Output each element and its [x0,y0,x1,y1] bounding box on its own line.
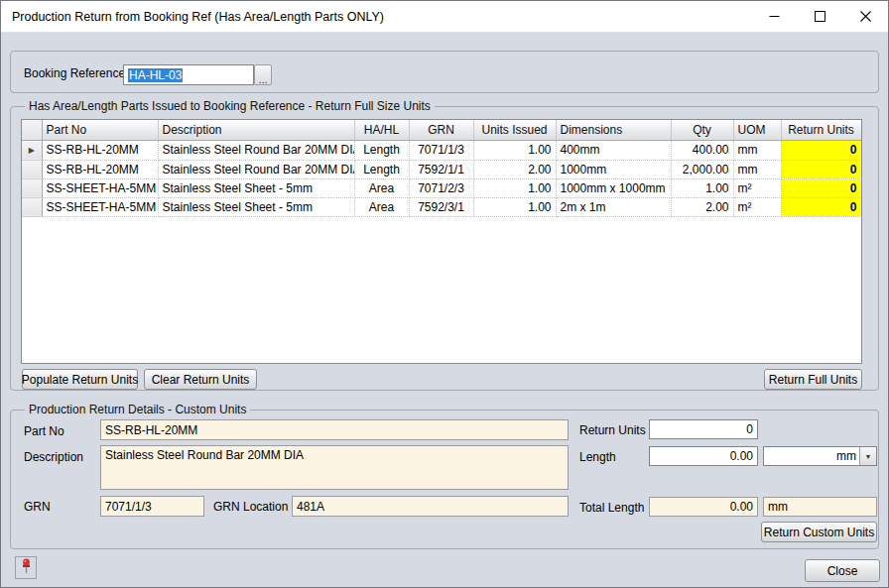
cell-units-issued: 2.00 [473,160,556,178]
cell-return-units[interactable]: 0 [781,160,861,178]
cell-ha-hl: Length [354,140,409,160]
length-uom-combobox[interactable]: mm ▼ [763,446,877,466]
dialog-window: Production Return from Booking Ref (Has … [0,0,889,588]
window-title: Production Return from Booking Ref (Has … [12,10,384,24]
description-value: Stainless Steel Round Bar 20MM DIA [105,448,304,462]
return-units-label: Return Units [579,423,646,437]
cell-description: Stainless Steel Round Bar 20MM DIA [158,140,354,160]
length-uom-value: mm [764,447,859,465]
return-full-units-button[interactable]: Return Full Units [764,369,862,390]
cell-return-units[interactable]: 0 [781,178,861,197]
pin-button[interactable] [15,556,37,579]
row-selector[interactable] [22,178,42,197]
row-selector[interactable] [22,160,42,178]
cell-dimensions: 2m x 1m [556,197,671,216]
cell-dimensions: 1000mm x 1000mm [556,178,671,197]
return-custom-units-label: Return Custom Units [764,526,874,539]
cell-qty: 2,000.00 [671,160,733,178]
dropdown-arrow-icon[interactable]: ▼ [859,447,876,465]
cell-uom: mm [733,160,781,178]
populate-return-units-button[interactable]: Populate Return Units [22,369,138,390]
col-header-qty[interactable]: Qty [671,120,733,140]
pushpin-icon [20,558,33,578]
cell-dimensions: 1000mm [556,160,671,178]
cell-qty: 2.00 [671,197,733,216]
booking-reference-label: Booking Reference [24,66,125,80]
description-label: Description [24,450,83,464]
cell-uom: mm [733,140,781,160]
maximize-icon [815,8,826,26]
booking-browse-button[interactable]: ... [254,64,272,85]
cell-ha-hl: Area [354,197,409,216]
grn-label: GRN [24,500,51,514]
total-length-field[interactable]: 0.00 [649,497,758,517]
row-selector[interactable]: ▶ [22,140,42,160]
cell-uom: m² [733,197,781,216]
col-header-uom[interactable]: UOM [733,120,781,140]
minimize-button[interactable] [751,1,797,32]
minimize-icon [769,8,780,26]
cell-return-units[interactable]: 0 [781,140,861,160]
return-custom-units-button[interactable]: Return Custom Units [761,522,877,542]
return-units-value: 0 [746,422,753,436]
grn-location-field[interactable]: 481A [292,496,569,517]
row-selector[interactable] [22,197,42,216]
booking-reference-group: Booking Reference HA-HL-03 ... [10,51,879,93]
title-bar: Production Return from Booking Ref (Has … [1,1,888,33]
cell-units-issued: 1.00 [473,197,556,216]
populate-return-units-label: Populate Return Units [22,373,138,387]
table-row: SS-SHEET-HA-5MM Stainless Steel Sheet - … [22,197,861,216]
booking-reference-input[interactable]: HA-HL-03 [123,64,254,85]
return-units-input[interactable]: 0 [649,419,758,439]
booking-reference-value: HA-HL-03 [128,68,183,82]
issued-parts-group: Has Area/Length Parts Issued to Booking … [10,106,879,391]
col-header-part-no[interactable]: Part No [42,120,158,140]
close-icon [860,8,871,26]
cell-description: Stainless Steel Sheet - 5mm [158,197,354,216]
production-return-details-group: Production Return Details - Custom Units… [10,410,879,549]
total-length-uom-field[interactable]: mm [763,497,877,517]
description-field[interactable]: Stainless Steel Round Bar 20MM DIA [100,445,569,490]
issued-parts-group-title: Has Area/Length Parts Issued to Booking … [25,99,435,113]
maximize-button[interactable] [797,1,842,32]
cell-part-no: SS-SHEET-HA-5MM [42,197,158,216]
col-header-units-issued[interactable]: Units Issued [473,120,556,140]
col-header-grn[interactable]: GRN [409,120,473,140]
close-button[interactable]: Close [805,559,880,582]
col-header-return-units[interactable]: Return Units [781,120,861,140]
cell-part-no: SS-RB-HL-20MM [42,140,158,160]
table-row: SS-RB-HL-20MM Stainless Steel Round Bar … [22,160,861,178]
clear-return-units-button[interactable]: Clear Return Units [144,369,257,390]
grn-location-value: 481A [297,500,324,514]
cell-grn: 7592/3/1 [409,197,473,216]
col-header-description[interactable]: Description [158,120,354,140]
grn-location-label: GRN Location [213,500,288,514]
cell-return-units[interactable]: 0 [781,197,861,216]
part-no-value: SS-RB-HL-20MM [105,423,197,437]
parts-grid: Part No Description HA/HL GRN Units Issu… [21,119,862,364]
length-input[interactable]: 0.00 [649,446,758,466]
grid-selector-header [22,120,42,140]
close-window-button[interactable] [842,1,888,32]
close-button-label: Close [827,564,858,578]
part-no-label: Part No [24,424,64,438]
grid-header-row: Part No Description HA/HL GRN Units Issu… [22,120,861,140]
total-length-uom-value: mm [768,500,788,514]
col-header-ha-hl[interactable]: HA/HL [354,120,409,140]
details-group-title: Production Return Details - Custom Units [25,403,250,416]
cell-dimensions: 400mm [556,140,671,160]
return-full-units-label: Return Full Units [769,373,857,387]
cell-grn: 7071/1/3 [409,140,473,160]
total-length-label: Total Length [579,501,644,515]
cell-units-issued: 1.00 [473,140,556,160]
row-selector-arrow-icon: ▶ [29,146,35,155]
col-header-dimensions[interactable]: Dimensions [556,120,671,140]
cell-part-no: SS-RB-HL-20MM [42,160,158,178]
grn-value: 7071/1/3 [105,500,152,514]
table-row: ▶ SS-RB-HL-20MM Stainless Steel Round Ba… [22,140,861,160]
cell-grn: 7592/1/1 [409,160,473,178]
cell-part-no: SS-SHEET-HA-5MM [42,178,158,197]
cell-grn: 7071/2/3 [409,178,473,197]
part-no-field[interactable]: SS-RB-HL-20MM [100,419,569,440]
grn-field[interactable]: 7071/1/3 [100,496,204,517]
